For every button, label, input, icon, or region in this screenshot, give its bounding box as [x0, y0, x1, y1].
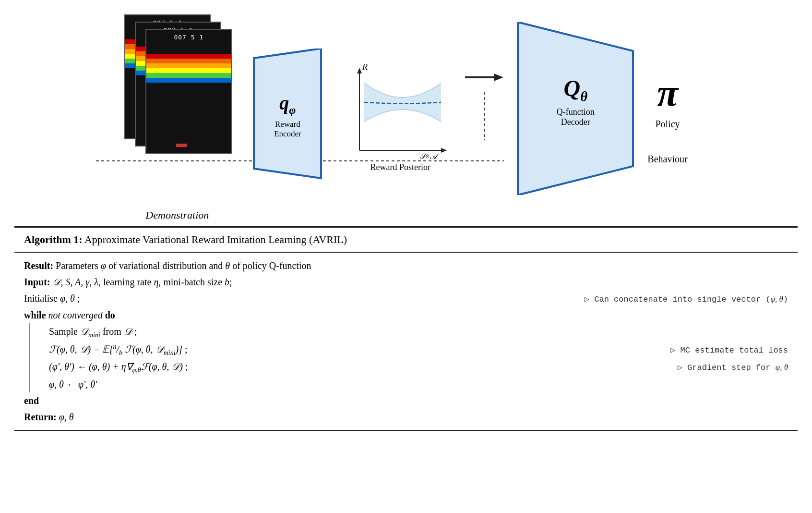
- init-text: Initialise φ, θ ;: [24, 290, 80, 306]
- result-text: Parameters φ of variational distribution…: [56, 260, 311, 271]
- grad-comment: ▷ Gradient step for φ, θ: [678, 361, 788, 375]
- while-line: while not converged do: [24, 307, 788, 323]
- update-text: φ, θ ← φ′, θ′: [49, 376, 97, 392]
- reward-encoder-text1: Reward: [239, 120, 335, 129]
- return-span: Return: φ, θ: [24, 409, 74, 425]
- vertical-dotted: [479, 92, 489, 140]
- arrow-area: [465, 68, 503, 140]
- q-function-label: Qθ Q-function Decoder: [513, 75, 638, 128]
- end-line: end: [24, 392, 788, 409]
- input-line: Input: 𝒟, S, A, γ, λ, learning rate η, m…: [24, 274, 788, 290]
- input-text: 𝒟, S, A, γ, λ, learning rate η, mini-bat…: [52, 277, 232, 287]
- diagram-section: 007 5 1: [0, 0, 812, 221]
- reward-encoder-box: qφ Reward Encoder: [239, 49, 335, 188]
- q-function-text2: Decoder: [513, 117, 638, 127]
- policy-symbol: π: [657, 71, 678, 115]
- algorithm-title-bold: Algorithm 1:: [24, 233, 83, 245]
- demo-frame-3: 007 5 1: [145, 29, 232, 154]
- demonstration-label: Demonstration: [145, 209, 209, 221]
- grad-text: (φ′, θ′) ← (φ, θ) + η∇φ,θℱ(φ, θ, 𝒟) ;: [49, 358, 188, 376]
- while-text: while not converged do: [24, 307, 115, 323]
- algorithm-section: Algorithm 1: Approximate Variational Rew…: [14, 226, 798, 431]
- return-text: φ, θ: [59, 412, 74, 422]
- loss-line: ℱ(φ, θ, 𝒟) = 𝔼[n/b ℱ(φ, θ, 𝒟mini)] ; ▷ M…: [49, 341, 788, 359]
- policy-label: Policy: [655, 119, 680, 130]
- frame-rainbow-3: [146, 54, 231, 83]
- diagram-top-row: 007 5 1: [0, 0, 812, 221]
- result-label: Result:: [24, 260, 53, 271]
- init-line: Initialise φ, θ ; ▷ Can concatenate into…: [24, 290, 788, 307]
- algorithm-header: Algorithm 1: Approximate Variational Rew…: [14, 228, 798, 253]
- demo-frames: 007 5 1: [124, 14, 230, 168]
- algorithm-title-text: Approximate Variational Reward Imitation…: [84, 233, 347, 245]
- svg-marker-5: [441, 148, 447, 153]
- result-line: Result: Parameters φ of variational dist…: [24, 257, 788, 274]
- posterior-chart: R 𝒮×𝒜: [345, 64, 455, 165]
- init-comment: ▷ Can concatenate into single vector (φ,…: [585, 293, 788, 307]
- q-function-box: Qθ Q-function Decoder: [513, 22, 638, 195]
- result-label-span: Result: Parameters φ of variational dist…: [24, 257, 311, 274]
- return-label: Return:: [24, 412, 57, 422]
- grad-line: (φ′, θ′) ← (φ, θ) + η∇φ,θℱ(φ, θ, 𝒟) ; ▷ …: [49, 358, 788, 376]
- loss-text: ℱ(φ, θ, 𝒟) = 𝔼[n/b ℱ(φ, θ, 𝒟mini)] ;: [49, 341, 188, 359]
- frame-score-3: 007 5 1: [174, 34, 203, 41]
- reward-encoder-text2: Encoder: [239, 129, 335, 139]
- svg-marker-9: [494, 73, 503, 81]
- reward-encoder-label: qφ Reward Encoder: [239, 92, 335, 139]
- sample-line: Sample 𝒟mini from 𝒟 ;: [49, 323, 788, 341]
- q-function-symbol: Qθ: [513, 75, 638, 105]
- reward-encoder-symbol: qφ: [239, 92, 335, 117]
- return-line: Return: φ, θ: [24, 409, 788, 425]
- algorithm-body: Result: Parameters φ of variational dist…: [14, 253, 798, 430]
- svg-text:R: R: [362, 64, 368, 72]
- demonstration-area: 007 5 1: [124, 14, 230, 221]
- input-label: Input:: [24, 277, 50, 287]
- policy-area: π Policy Behaviour: [647, 71, 687, 165]
- input-label-span: Input: 𝒟, S, A, γ, λ, learning rate η, m…: [24, 274, 232, 290]
- q-function-text1: Q-function: [513, 107, 638, 117]
- sample-text: Sample 𝒟mini from 𝒟 ;: [49, 323, 137, 341]
- behaviour-label: Behaviour: [647, 154, 687, 165]
- loss-comment: ▷ MC estimate total loss: [670, 344, 788, 358]
- end-label: end: [24, 392, 39, 409]
- arrow-right-svg: [465, 68, 503, 87]
- svg-marker-4: [357, 68, 362, 73]
- algo-indent-block: Sample 𝒟mini from 𝒟 ; ℱ(φ, θ, 𝒟) = 𝔼[n/b…: [29, 323, 788, 392]
- update-line: φ, θ ← φ′, θ′: [49, 376, 788, 392]
